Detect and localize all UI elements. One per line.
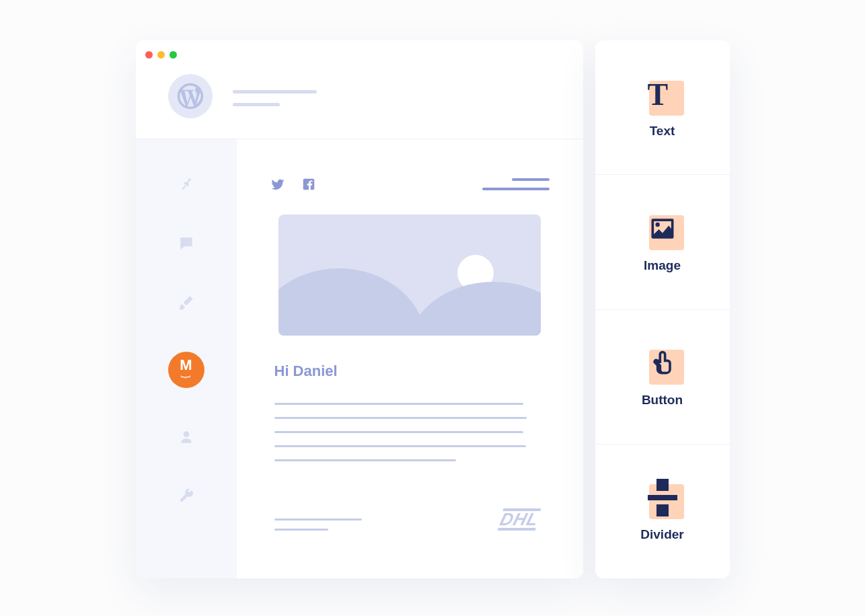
sidebar-item-appearance[interactable]	[176, 293, 196, 313]
greeting-text[interactable]: Hi Daniel	[274, 362, 550, 380]
button-block-icon	[645, 346, 680, 381]
email-footer: DHL	[270, 508, 550, 531]
window-maximize-button[interactable]	[170, 51, 177, 59]
block-divider[interactable]: Divider	[595, 445, 730, 578]
window-close-button[interactable]	[145, 51, 153, 59]
pin-icon	[178, 176, 195, 193]
block-text[interactable]: T Text	[595, 40, 730, 175]
twitter-icon[interactable]	[270, 177, 285, 192]
window-minimize-button[interactable]	[157, 51, 165, 59]
email-canvas[interactable]: Hi Daniel DHL	[237, 139, 583, 578]
sidebar-item-comments[interactable]	[176, 233, 196, 254]
sidebar-item-mailpoet[interactable]: M }	[168, 352, 204, 388]
facebook-icon[interactable]	[301, 177, 316, 192]
social-row	[270, 177, 316, 192]
user-icon	[178, 428, 195, 446]
editor-window: M }	[136, 40, 583, 578]
window-titlebar	[136, 40, 583, 62]
body-text-placeholder[interactable]	[274, 403, 546, 461]
wordpress-icon	[168, 74, 213, 118]
mailpoet-logo: M	[180, 358, 192, 373]
blocks-panel: T Text Image Button	[595, 40, 730, 578]
block-label: Divider	[640, 527, 683, 542]
footer-text-placeholder[interactable]	[274, 518, 362, 531]
block-image[interactable]: Image	[595, 175, 730, 309]
block-label: Text	[650, 124, 675, 139]
footer-brand-logo: DHL	[498, 508, 548, 531]
text-block-icon: T	[645, 77, 680, 112]
sidebar-item-users[interactable]	[176, 427, 196, 447]
sidebar-item-pin[interactable]	[176, 174, 196, 194]
comment-icon	[178, 235, 195, 252]
sidebar-item-tools[interactable]	[176, 486, 196, 506]
image-block-icon	[645, 211, 680, 246]
block-label: Image	[644, 258, 681, 273]
divider-block-icon	[645, 480, 680, 515]
top-bar	[136, 62, 583, 139]
block-label: Button	[642, 393, 683, 408]
block-button[interactable]: Button	[595, 310, 730, 445]
wrench-icon	[178, 488, 195, 505]
admin-sidebar: M }	[136, 139, 237, 578]
hero-image-placeholder[interactable]	[278, 215, 541, 336]
header-placeholder-lines	[233, 90, 317, 106]
header-meta-placeholder	[482, 178, 550, 190]
brush-icon	[178, 294, 195, 311]
